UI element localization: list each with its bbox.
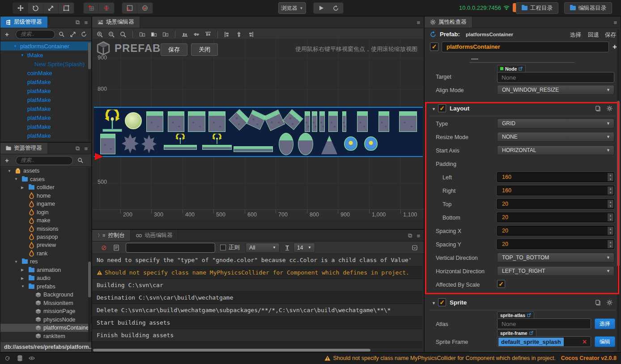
status-warning[interactable]: Should not specify class name MyPhysicsC…	[324, 355, 556, 361]
asset-node-passpop[interactable]: passpop	[0, 233, 91, 241]
tab-animation-editor[interactable]: 动画编辑器	[131, 230, 179, 241]
search-icon[interactable]	[77, 157, 83, 163]
external-link-icon[interactable]	[527, 313, 531, 317]
sprite-frame-edit-button[interactable]: 编辑	[595, 336, 615, 347]
hierarchy-scrollbar[interactable]	[88, 42, 91, 141]
panel-menu-icon[interactable]: ≡	[417, 233, 420, 239]
float-panel-icon[interactable]: ⧉	[76, 145, 80, 152]
collapse-console-icon[interactable]	[412, 245, 417, 250]
assets-search-input[interactable]: 搜索..	[16, 156, 73, 165]
panel-menu-icon[interactable]: ≡	[417, 19, 420, 26]
prop-checkbox-affected-by-scale[interactable]: ✓	[497, 280, 505, 288]
scene-sprite-block[interactable]	[357, 111, 368, 132]
hierarchy-node-tMake[interactable]: ▼tMake	[0, 51, 91, 59]
local-coord-button[interactable]	[122, 3, 137, 13]
asset-node-MissionItem[interactable]: MissionItem	[0, 299, 91, 307]
project-dir-button[interactable]: 工程目录	[516, 2, 558, 14]
node-name-field[interactable]: platformsContainer	[442, 42, 609, 52]
number-spinner[interactable]: ▲▼	[608, 200, 613, 208]
sprite-enabled-checkbox[interactable]: ✓	[438, 298, 446, 306]
zoom-out-icon[interactable]	[108, 31, 115, 38]
hierarchy-search-input[interactable]: 搜索..	[16, 30, 55, 39]
scene-sprite-nbar[interactable]	[312, 111, 317, 132]
refresh-preview-button[interactable]	[328, 3, 343, 13]
inspector-scrollbar[interactable]	[617, 29, 620, 351]
scene-sprite-hook[interactable]	[103, 110, 121, 132]
scale-tool-button[interactable]	[43, 3, 59, 13]
scene-sprite-nbar[interactable]	[305, 111, 310, 132]
scene-sprite-block[interactable]	[399, 111, 417, 132]
panel-menu-icon[interactable]: ≡	[84, 19, 88, 26]
asset-node-platformsContaine[interactable]: platformsContaine	[0, 324, 91, 332]
expand-arrow[interactable]: ▼	[14, 177, 18, 181]
sprite-frame-field[interactable]: default_sprite_splash ✕	[497, 336, 591, 347]
align-left-edge-icon[interactable]	[139, 31, 145, 38]
preview-target-dropdown[interactable]: 浏览器▼	[278, 2, 306, 14]
expand-arrow[interactable]: ▶	[21, 186, 24, 190]
prop-number-right[interactable]: 160▲▼	[497, 186, 614, 195]
asset-node-rankItem[interactable]: rankItem	[0, 332, 91, 340]
scene-sprite-block[interactable]	[328, 111, 338, 132]
asset-node-animation[interactable]: ▶animation	[0, 266, 91, 274]
rotate-tool-button[interactable]	[28, 3, 43, 13]
section-collapse-arrow[interactable]: ▼	[432, 301, 436, 305]
prop-dropdown-horizontal-direction[interactable]: LEFT_TO_RIGHT▼	[497, 266, 614, 276]
number-spinner[interactable]: ▲▼	[608, 240, 613, 248]
hierarchy-node-platMake[interactable]: platMake	[0, 113, 91, 122]
distribute-center-icon[interactable]	[236, 31, 242, 38]
asset-node-assets[interactable]: ▼assets	[0, 167, 91, 175]
number-spinner[interactable]: ▲▼	[608, 227, 613, 235]
prop-number-bottom[interactable]: 20▲▼	[497, 212, 614, 222]
target-field[interactable]: None	[497, 72, 614, 83]
scene-sprite-shield[interactable]	[364, 136, 378, 151]
float-panel-icon[interactable]: ⧉	[76, 19, 80, 26]
gear-icon[interactable]	[607, 300, 612, 305]
align-mode-dropdown[interactable]: ON_WINDOW_RESIZE▼	[497, 85, 614, 95]
scene-sprite-thinbar[interactable]	[234, 146, 273, 152]
scene-sprite-hookbar[interactable]	[164, 135, 197, 154]
scene-sprite-diamond[interactable]	[264, 110, 285, 131]
help-doc-icon[interactable]	[595, 300, 601, 305]
expand-all-icon[interactable]	[70, 32, 76, 37]
tab-console[interactable]: 〉≡ 控制台	[92, 230, 131, 241]
help-doc-icon[interactable]	[595, 106, 601, 111]
hierarchy-node-platMake[interactable]: platMake	[0, 95, 91, 104]
asset-node-physicsNode[interactable]: physicsNode	[0, 315, 91, 323]
node-active-checkbox[interactable]: ✓	[430, 42, 438, 51]
editor-dir-button[interactable]: 编辑器目录	[564, 2, 612, 14]
scene-sprite-block[interactable]	[100, 134, 115, 154]
float-panel-icon[interactable]: ⧉	[408, 232, 412, 239]
add-component-button[interactable]: +	[612, 42, 617, 51]
prop-dropdown-resize-mode[interactable]: NONE▼	[497, 132, 614, 142]
asset-node-home[interactable]: home	[0, 191, 91, 199]
asset-node-res[interactable]: ▼res	[0, 258, 91, 266]
external-link-icon[interactable]	[519, 67, 523, 71]
panel-menu-icon[interactable]: ≡	[84, 145, 88, 152]
align-right-edge-icon[interactable]	[162, 31, 169, 38]
align-top-icon[interactable]	[205, 31, 211, 38]
prefab-save-button[interactable]: 保存	[605, 31, 616, 39]
expand-arrow[interactable]: ▼	[8, 169, 11, 173]
refresh-status-icon[interactable]	[4, 356, 10, 361]
tab-scene[interactable]: 场景编辑器	[92, 17, 140, 28]
prefab-save-button[interactable]: 保存	[161, 43, 187, 56]
log-level-dropdown[interactable]: All▼	[246, 243, 280, 253]
panel-menu-icon[interactable]: ≡	[613, 19, 617, 26]
prop-number-spacing-y[interactable]: 20▲▼	[497, 239, 614, 249]
number-spinner[interactable]: ▲▼	[608, 173, 613, 181]
zoom-in-icon[interactable]	[97, 31, 103, 38]
scene-sprite-diamond[interactable]	[282, 109, 303, 130]
tab-inspector[interactable]: 属性检查器	[425, 17, 472, 28]
database-icon[interactable]	[17, 355, 23, 361]
expand-arrow[interactable]: ▶	[21, 268, 24, 272]
scene-sprite-block[interactable]	[168, 111, 184, 132]
clear-console-icon[interactable]: ⊘	[101, 244, 107, 252]
section-collapse-arrow[interactable]: ▼	[432, 107, 436, 111]
asset-node-missions[interactable]: missions	[0, 224, 91, 233]
play-button[interactable]	[314, 3, 328, 13]
scene-sprite-shield[interactable]	[344, 136, 357, 151]
asset-node-make[interactable]: make	[0, 216, 91, 224]
scene-sprite-coin[interactable]	[125, 112, 142, 129]
scene-sprite-block[interactable]	[208, 111, 225, 132]
scene-sprite-oval[interactable]	[298, 133, 313, 155]
